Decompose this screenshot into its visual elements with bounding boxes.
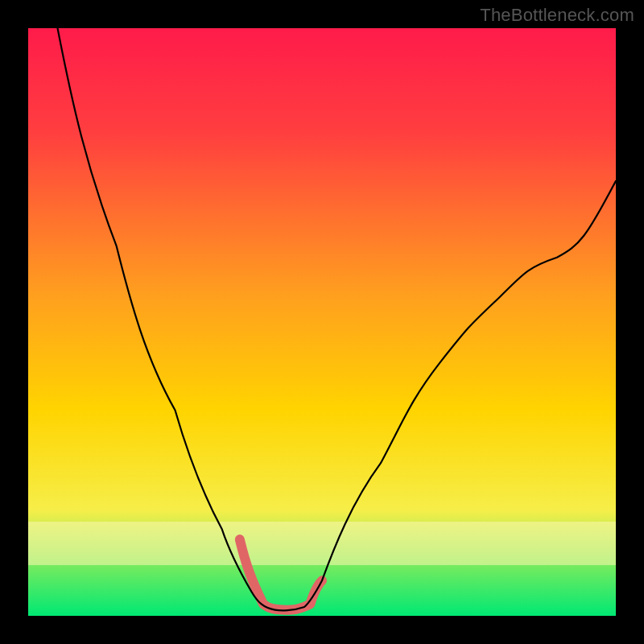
optimal-band-bg <box>28 522 616 565</box>
watermark-text: TheBottleneck.com <box>480 5 634 26</box>
chart-frame: TheBottleneck.com <box>0 0 644 644</box>
bottleneck-chart <box>0 0 644 644</box>
